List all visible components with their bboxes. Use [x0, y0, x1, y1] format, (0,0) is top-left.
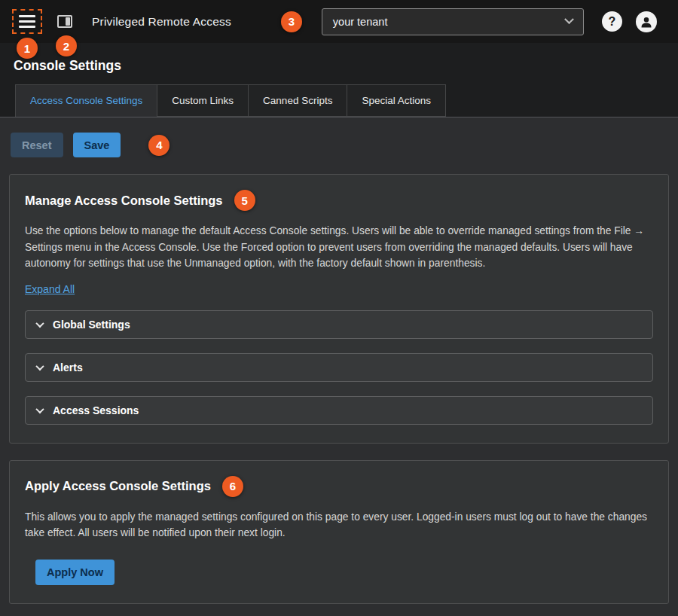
apply-now-button[interactable]: Apply Now [35, 560, 115, 585]
chevron-down-icon [35, 361, 44, 370]
accordion-label: Alerts [53, 361, 83, 374]
accordion-label: Access Sessions [53, 404, 139, 416]
annotation-badge-6: 6 [222, 476, 243, 497]
app-title: Privileged Remote Access [92, 15, 231, 29]
sidebar-toggle-button[interactable] [57, 15, 72, 28]
chevron-down-icon [564, 14, 574, 24]
chevron-down-icon [35, 404, 44, 413]
tenant-select-value: your tenant [333, 16, 388, 28]
top-header: Privileged Remote Access 3 your tenant ? [0, 0, 678, 43]
expand-all-link[interactable]: Expand All [25, 283, 75, 295]
apply-settings-card: Apply Access Console Settings 6 This all… [9, 460, 669, 604]
toolbar: Reset Save 4 [9, 133, 669, 157]
annotation-badge-1: 1 [17, 38, 38, 59]
annotation-badge-4: 4 [148, 135, 170, 156]
apply-settings-title: Apply Access Console Settings [25, 479, 211, 493]
profile-button[interactable] [636, 11, 657, 32]
tab-bar: Access Console Settings Custom Links Can… [0, 84, 678, 117]
tab-access-console-settings[interactable]: Access Console Settings [15, 84, 157, 117]
manage-settings-title: Manage Access Console Settings [25, 194, 223, 208]
help-button[interactable]: ? [602, 11, 622, 32]
apply-settings-description: This allows you to apply the managed set… [25, 509, 653, 541]
annotation-badge-2: 2 [56, 35, 77, 56]
manage-settings-card: Manage Access Console Settings 5 Use the… [9, 174, 669, 444]
tab-special-actions[interactable]: Special Actions [347, 84, 446, 117]
manage-settings-description: Use the options below to manage the defa… [25, 223, 653, 272]
tenant-select[interactable]: your tenant [322, 8, 584, 35]
reset-button[interactable]: Reset [11, 133, 63, 157]
user-icon [640, 15, 653, 29]
annotation-badge-5: 5 [234, 190, 255, 211]
menu-button[interactable] [12, 9, 42, 34]
page-title: Console Settings [14, 58, 678, 74]
accordion-label: Global Settings [53, 319, 130, 331]
chevron-down-icon [35, 319, 44, 327]
page-header: Console Settings Access Console Settings… [0, 43, 678, 117]
accordion-alerts[interactable]: Alerts [25, 353, 653, 382]
sidebar-toggle-icon [57, 15, 72, 28]
annotation-badge-3: 3 [281, 11, 302, 32]
question-mark-icon: ? [608, 15, 615, 29]
save-button[interactable]: Save [73, 133, 121, 157]
accordion-global-settings[interactable]: Global Settings [25, 310, 653, 339]
accordion-access-sessions[interactable]: Access Sessions [25, 396, 653, 425]
main-content: Reset Save 4 Manage Access Console Setti… [0, 117, 678, 604]
hamburger-icon [19, 15, 35, 17]
tab-canned-scripts[interactable]: Canned Scripts [249, 84, 347, 117]
tab-custom-links[interactable]: Custom Links [157, 84, 249, 117]
